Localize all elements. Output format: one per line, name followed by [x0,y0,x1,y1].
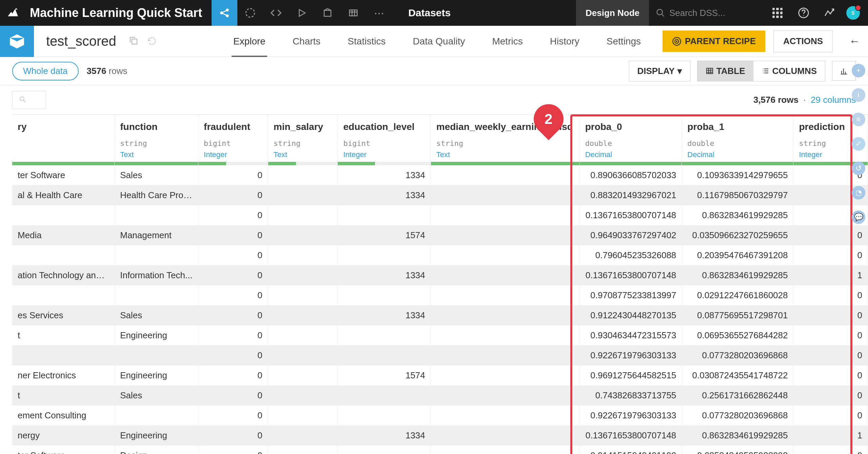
table-row[interactable]: 00.136716538007071480.86328346199292851 [12,205,868,225]
table-cell [268,345,338,365]
table-row[interactable]: ner ElectronicsEngineering015740.9691275… [12,365,868,385]
table-cell: 0.9708775233813997 [579,285,682,305]
rail-list-icon[interactable]: ≡ [852,113,865,126]
table-cell: 0.9141515040401192 [579,446,682,454]
view-columns[interactable]: COLUMNS [753,61,825,81]
sample-selector[interactable]: Whole data [12,62,79,80]
tab-explore[interactable]: Explore [220,26,279,57]
tab-history[interactable]: History [536,26,593,57]
table-cell: Sales [115,305,198,325]
tab-settings[interactable]: Settings [593,26,654,57]
column-header[interactable]: fraudulentbigintInteger [198,115,268,162]
table-cell: 0 [793,345,868,365]
code-icon[interactable] [263,0,289,26]
parent-recipe-button[interactable]: PARENT RECIPE [663,31,765,52]
table-row[interactable]: MediaManagement015740.96490337672974020.… [12,225,868,245]
table-cell [268,205,338,225]
dataset-name: test_scored [34,34,129,49]
activity-icon[interactable] [816,0,842,26]
table-cell [338,285,431,305]
table-cell: 0.2561731662862448 [682,385,793,405]
tab-data-quality[interactable]: Data Quality [399,26,478,57]
flow-icon[interactable] [237,0,263,26]
rail-chat-icon[interactable]: 💬 [852,210,865,224]
table-cell: 0.0773280203696868 [682,345,793,365]
tab-metrics[interactable]: Metrics [478,26,536,57]
table-cell: 0 [198,225,268,245]
table-cell: Sales [115,165,198,185]
table-cell: 0 [793,365,868,385]
more-icon[interactable]: ⋯ [366,0,392,26]
copy-icon[interactable] [129,36,139,47]
table-cell: 0.06953655276844282 [682,325,793,345]
table-cell: Management [115,225,198,245]
table-row[interactable]: al & Health CareHealth Care Provi...0133… [12,185,868,205]
grid-icon[interactable] [340,0,366,26]
rail-info-icon[interactable]: i [852,88,865,102]
design-node-label[interactable]: Design Node [576,0,649,26]
logo[interactable] [0,0,26,26]
section-label[interactable]: Datasets [392,7,467,19]
table-cell: Engineering [115,365,198,385]
table-row[interactable]: ement Consulting00.92267197963031330.077… [12,405,868,425]
box-icon[interactable] [315,0,340,26]
table-cell: 0.10936339142979655 [682,165,793,185]
project-title[interactable]: Machine Learning Quick Start [26,6,212,20]
table-row[interactable]: 00.7960452353260880.203954764673912080 [12,245,868,265]
table-row[interactable]: es ServicesSales013340.91224304482701350… [12,305,868,325]
tab-statistics[interactable]: Statistics [334,26,399,57]
table-cell: 0 [198,285,268,305]
tab-charts[interactable]: Charts [279,26,334,57]
table-row[interactable]: nergyEngineering013340.13671653800707148… [12,425,868,446]
user-avatar[interactable]: S [846,6,860,20]
dataset-icon[interactable] [0,26,34,57]
search-input[interactable] [669,8,757,18]
rail-check-icon[interactable]: ✓ [852,137,865,151]
table-cell: 0.9226719796303133 [579,405,682,425]
column-header[interactable]: functionstringText [115,115,198,162]
table-cell: al & Health Care [12,185,115,205]
table-row[interactable]: 00.92267197963031330.07732802036968680 [12,345,868,365]
table-cell: Sales [115,385,198,405]
table-cell [338,325,431,345]
table-cell: 0 [198,446,268,454]
table-cell [12,345,115,365]
table-row[interactable]: tEngineering00.93046344723155730.0695365… [12,325,868,345]
actions-button[interactable]: ACTIONS [773,30,833,52]
table-row[interactable]: 00.97087752338139970.029122476618600280 [12,285,868,305]
back-arrow[interactable]: ← [841,35,868,48]
table-cell: Engineering [115,425,198,446]
table-cell: 0 [793,245,868,265]
column-header[interactable]: proba_1doubleDecimal [682,115,793,162]
help-icon[interactable] [791,0,816,26]
table-cell [115,345,198,365]
table-cell: 0.13671653800707148 [579,425,682,446]
table-row[interactable]: ter SoftwareSales013340.8906366085702033… [12,165,868,185]
column-header[interactable]: education_levelbigintInteger [338,115,431,162]
apps-icon[interactable] [772,8,783,18]
table-cell [338,205,431,225]
table-cell [268,165,338,185]
play-icon[interactable] [289,0,315,26]
right-rail: + i ≡ ✓ ↺ ◔ 💬 [849,57,868,224]
table-cell: 0.8906366085702033 [579,165,682,185]
rail-clock-icon[interactable]: ◔ [852,186,865,200]
table-row[interactable]: ation Technology and S...Information Tec… [12,265,868,285]
share-button[interactable] [212,0,237,26]
view-table[interactable]: TABLE [697,61,753,81]
rail-history-icon[interactable]: ↺ [852,162,865,175]
table-cell [115,205,198,225]
search-box[interactable] [649,0,764,26]
table-row[interactable]: tSales00.7438268337137550.25617316628624… [12,385,868,405]
table-cell: 0.9226719796303133 [579,345,682,365]
column-header[interactable]: proba_0doubleDecimal [579,115,682,162]
table-row[interactable]: ter SoftwareDesign00.91415150404011920.0… [12,446,868,454]
table-cell: Engineering [115,325,198,345]
table-cell: ement Consulting [12,405,115,425]
column-header[interactable]: ry [12,115,115,162]
filter-search[interactable] [12,91,46,109]
rail-add-icon[interactable]: + [852,64,865,77]
refresh-icon[interactable] [147,36,157,47]
display-button[interactable]: DISPLAY ▾ [629,61,690,81]
column-header[interactable]: min_salarystringText [268,115,338,162]
